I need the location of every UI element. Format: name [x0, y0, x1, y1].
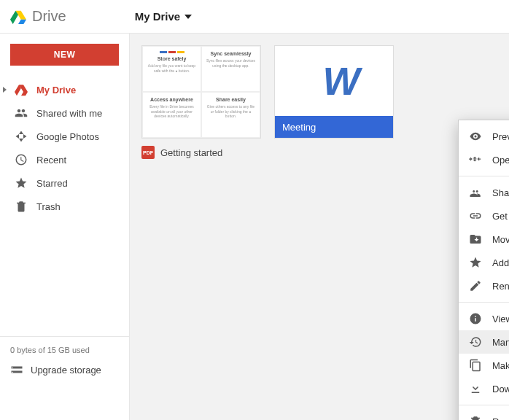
sidebar-item-label: Starred — [36, 178, 68, 189]
ctx-item-label: Make a copy — [492, 360, 509, 371]
file-name: Getting started — [160, 147, 222, 158]
sidebar-item-shared[interactable]: Shared with me — [0, 102, 129, 124]
trash-icon — [15, 200, 28, 213]
open-with-icon — [469, 153, 482, 166]
remove-icon — [469, 415, 482, 420]
manage-versions-icon — [469, 335, 482, 349]
ctx-item-get-link[interactable]: Get shareable link — [459, 204, 509, 228]
ctx-item-label: Open with — [492, 155, 509, 166]
storage-icon — [10, 363, 23, 376]
sidebar-item-label: Google Photos — [36, 131, 99, 142]
sidebar-item-photos[interactable]: Google Photos — [0, 125, 129, 147]
sidebar-item-trash[interactable]: Trash — [0, 195, 129, 217]
file-grid: Store safely Add any file you want to ke… — [141, 45, 497, 159]
preview-icon — [469, 130, 482, 143]
ctx-item-label: Manage versions... — [492, 337, 509, 348]
sidebar-nav: My Drive Shared with me Google Photos Re… — [0, 79, 129, 217]
pdf-icon: PDF — [141, 146, 155, 159]
sidebar: NEW My Drive Shared with me Google Photo… — [0, 34, 130, 420]
file-thumbnail: Store safely Add any file you want to ke… — [141, 45, 261, 139]
make-copy-icon — [469, 359, 482, 372]
view-details-icon — [469, 312, 482, 325]
sidebar-item-my-drive[interactable]: My Drive — [0, 79, 129, 101]
sidebar-item-label: My Drive — [36, 85, 76, 96]
photos-icon — [15, 130, 28, 143]
move-to-icon — [469, 233, 482, 246]
ctx-item-manage-versions[interactable]: Manage versions... — [459, 330, 509, 354]
svg-marker-1 — [18, 19, 26, 23]
ctx-item-label: Preview — [492, 131, 509, 142]
file-thumbnail: W Meeting — [274, 45, 394, 139]
new-button[interactable]: NEW — [10, 44, 119, 66]
ctx-item-label: Move to... — [492, 234, 509, 245]
ctx-item-download[interactable]: Download — [459, 377, 509, 400]
share-icon — [469, 186, 482, 199]
chevron-down-icon — [184, 15, 192, 19]
breadcrumb[interactable]: My Drive — [135, 10, 193, 23]
ctx-item-view-details[interactable]: View details — [459, 307, 509, 330]
get-link-icon — [469, 209, 482, 222]
drive-logo-icon — [10, 9, 26, 25]
add-star-icon — [469, 256, 482, 269]
topbar: Drive My Drive — [0, 0, 509, 34]
ctx-item-move-to[interactable]: Move to... — [459, 228, 509, 251]
upgrade-storage-label: Upgrade storage — [31, 365, 101, 376]
ctx-item-remove[interactable]: Remove — [459, 410, 509, 420]
upgrade-storage[interactable]: Upgrade storage — [10, 363, 119, 376]
context-menu: PreviewOpen with›Share...Get shareable l… — [458, 120, 509, 420]
ctx-item-label: View details — [492, 314, 509, 324]
file-item-meeting[interactable]: W Meeting — [274, 45, 394, 139]
ctx-item-share[interactable]: Share... — [459, 181, 509, 204]
file-item-getting-started[interactable]: Store safely Add any file you want to ke… — [141, 45, 261, 159]
ctx-item-make-copy[interactable]: Make a copy — [459, 354, 509, 377]
app-title: Drive — [32, 8, 66, 25]
sidebar-item-label: Shared with me — [36, 108, 102, 119]
ctx-item-label: Remove — [492, 416, 509, 421]
ctx-item-label: Get shareable link — [492, 211, 509, 222]
file-name: Meeting — [275, 116, 393, 138]
sidebar-item-label: Recent — [36, 155, 66, 166]
people-icon — [15, 106, 28, 120]
ctx-item-preview[interactable]: Preview — [459, 125, 509, 148]
logo[interactable]: Drive — [10, 8, 66, 25]
sidebar-item-label: Trash — [36, 201, 61, 212]
clock-icon — [15, 153, 28, 166]
sidebar-item-starred[interactable]: Starred — [0, 172, 129, 194]
ctx-item-add-star[interactable]: Add star — [459, 251, 509, 274]
expand-icon — [3, 87, 7, 93]
ctx-item-rename[interactable]: Rename... — [459, 274, 509, 298]
ctx-item-label: Add star — [492, 257, 509, 268]
drive-icon — [15, 83, 28, 96]
ctx-item-open-with[interactable]: Open with› — [459, 148, 509, 171]
ctx-item-label: Share... — [492, 187, 509, 198]
star-icon — [15, 176, 28, 190]
breadcrumb-label: My Drive — [135, 10, 181, 23]
sidebar-item-recent[interactable]: Recent — [0, 149, 129, 171]
ctx-item-label: Download — [492, 384, 509, 394]
ctx-item-label: Rename... — [492, 281, 509, 292]
storage-section: 0 bytes of 15 GB used Upgrade storage — [0, 336, 129, 420]
main-area: Store safely Add any file you want to ke… — [130, 34, 509, 420]
rename-icon — [469, 279, 482, 292]
download-icon — [469, 382, 482, 395]
storage-usage-text: 0 bytes of 15 GB used — [10, 346, 119, 354]
